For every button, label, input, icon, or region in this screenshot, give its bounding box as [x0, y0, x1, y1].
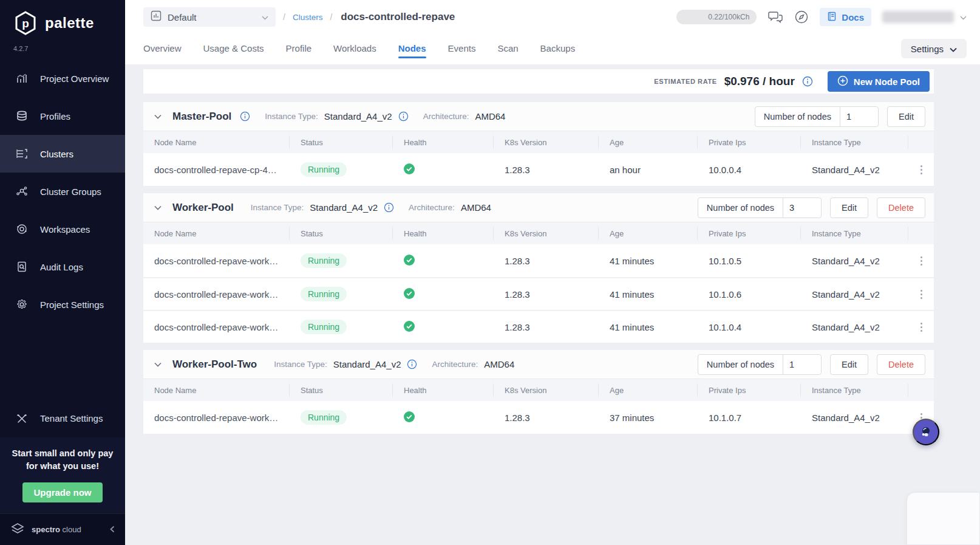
column-actions [908, 227, 934, 240]
sidebar-item-project-overview[interactable]: Project Overview [0, 60, 125, 97]
book-icon [827, 12, 837, 23]
info-icon[interactable] [407, 359, 417, 369]
docs-button[interactable]: Docs [820, 8, 871, 26]
instance-type-value: Standard_A4_v2 [333, 359, 401, 369]
number-of-nodes-widget: Number of nodes [698, 354, 822, 375]
sidebar-item-workspaces[interactable]: Workspaces [0, 210, 125, 248]
table-header: Node Name Status Health K8s Version Age … [143, 222, 934, 244]
tab-nodes[interactable]: Nodes [398, 43, 426, 64]
node-k8s-version: 1.28.3 [494, 322, 599, 332]
info-icon[interactable] [802, 76, 813, 87]
delete-pool-button[interactable]: Delete [877, 354, 925, 375]
compass-icon[interactable] [794, 10, 809, 24]
instance-type-value: Standard_A4_v2 [310, 202, 378, 213]
column-age: Age [599, 227, 698, 240]
node-instance-type: Standard_A4_v2 [801, 413, 908, 423]
edit-pool-button[interactable]: Edit [887, 106, 925, 127]
health-check-icon [404, 255, 415, 266]
kebab-menu-icon[interactable] [920, 290, 922, 299]
edit-pool-button[interactable]: Edit [830, 197, 868, 218]
edit-pool-button[interactable]: Edit [830, 354, 868, 375]
node-status: Running [290, 320, 393, 334]
tab-workloads[interactable]: Workloads [333, 43, 376, 64]
sidebar-item-tenant-settings[interactable]: Tenant Settings [0, 400, 125, 437]
audit-log-icon [15, 259, 29, 274]
bar-chart-icon [15, 71, 29, 86]
chevron-down-icon[interactable] [154, 114, 162, 119]
breadcrumb-separator: / [283, 12, 285, 22]
app-version: 4.2.7 [13, 45, 113, 52]
node-instance-type: Standard_A4_v2 [801, 256, 908, 266]
table-header: Node Name Status Health K8s Version Age … [143, 131, 934, 153]
sidebar-item-label: Tenant Settings [40, 413, 103, 423]
user-menu[interactable] [882, 11, 967, 23]
node-age: 41 minutes [599, 256, 698, 266]
column-health: Health [393, 227, 494, 240]
node-name: docs-controlled-repave-work… [143, 413, 290, 423]
sidebar-item-clusters[interactable]: Clusters [0, 135, 125, 173]
main-panel: Default / Clusters / docs-controlled-rep… [125, 0, 980, 545]
app-window: p palette 4.2.7 Project Overview Profile… [0, 0, 980, 545]
sidebar-collapse-icon[interactable] [109, 525, 115, 535]
architecture-value: AMD64 [475, 111, 505, 122]
project-selector-value: Default [168, 12, 256, 22]
tab-backups[interactable]: Backups [540, 43, 576, 64]
footer-brand: spectro cloud [32, 525, 103, 534]
pool-header: Master-Pool Instance Type: Standard_A4_v… [143, 102, 934, 131]
number-of-nodes-label: Number of nodes [698, 198, 783, 218]
tab-scan[interactable]: Scan [497, 43, 518, 64]
sidebar-item-audit-logs[interactable]: Audit Logs [0, 248, 125, 286]
node-status: Running [290, 287, 393, 301]
chat-icon[interactable] [767, 10, 783, 24]
chevron-down-icon [950, 44, 957, 54]
kebab-menu-icon[interactable] [920, 165, 922, 174]
number-of-nodes-label: Number of nodes [755, 107, 840, 126]
brand-name: palette [45, 15, 94, 32]
sidebar-item-profiles[interactable]: Profiles [0, 97, 125, 135]
instance-type-label: Instance Type: [265, 112, 318, 121]
upsell-banner: Start small and only pay for what you us… [0, 437, 125, 513]
brand-block: p palette 4.2.7 [0, 0, 125, 60]
number-of-nodes-input[interactable] [783, 198, 821, 218]
kebab-menu-icon[interactable] [920, 323, 922, 332]
breadcrumb-clusters-link[interactable]: Clusters [293, 13, 323, 22]
sidebar-item-label: Clusters [40, 149, 73, 159]
project-selector[interactable]: Default [143, 7, 276, 27]
layers-icon [15, 109, 29, 123]
new-node-pool-label: New Node Pool [854, 77, 920, 87]
column-k8s-version: K8s Version [494, 227, 599, 240]
chevron-down-icon[interactable] [154, 362, 162, 367]
number-of-nodes-input[interactable] [840, 107, 878, 126]
column-health: Health [393, 383, 494, 397]
new-node-pool-button[interactable]: New Node Pool [828, 71, 930, 92]
tab-overview[interactable]: Overview [143, 43, 182, 64]
node-name: docs-controlled-repave-work… [143, 256, 290, 266]
chevron-down-icon[interactable] [154, 205, 162, 210]
upsell-message: Start small and only pay for what you us… [6, 447, 119, 473]
delete-pool-button[interactable]: Delete [877, 197, 925, 218]
column-private-ips: Private Ips [698, 227, 801, 240]
sidebar-item-label: Project Settings [40, 300, 104, 310]
info-icon[interactable] [398, 111, 409, 122]
node-private-ip: 10.1.0.5 [698, 256, 801, 266]
usage-meter: 0.22/100kCh [676, 10, 757, 24]
info-icon[interactable] [240, 111, 250, 122]
tab-profile[interactable]: Profile [286, 43, 312, 64]
node-instance-type: Standard_A4_v2 [801, 289, 908, 300]
pool-header: Worker-Pool-Two Instance Type: Standard_… [143, 350, 934, 379]
estimated-rate-label: ESTIMATED RATE [654, 78, 716, 85]
settings-button[interactable]: Settings [901, 39, 967, 58]
row-actions [908, 256, 934, 266]
sidebar-item-project-settings[interactable]: Project Settings [0, 286, 125, 323]
upgrade-now-button[interactable]: Upgrade now [22, 482, 102, 502]
tab-usage-costs[interactable]: Usage & Costs [203, 43, 264, 64]
info-icon[interactable] [384, 202, 394, 213]
pool-name: Worker-Pool [172, 202, 234, 214]
sidebar-item-cluster-groups[interactable]: Cluster Groups [0, 173, 125, 210]
kebab-menu-icon[interactable] [920, 256, 922, 266]
help-astronaut-fab[interactable] [913, 419, 939, 445]
status-badge: Running [301, 287, 347, 301]
number-of-nodes-input[interactable] [783, 355, 821, 374]
tab-events[interactable]: Events [448, 43, 476, 64]
column-k8s-version: K8s Version [494, 135, 599, 149]
